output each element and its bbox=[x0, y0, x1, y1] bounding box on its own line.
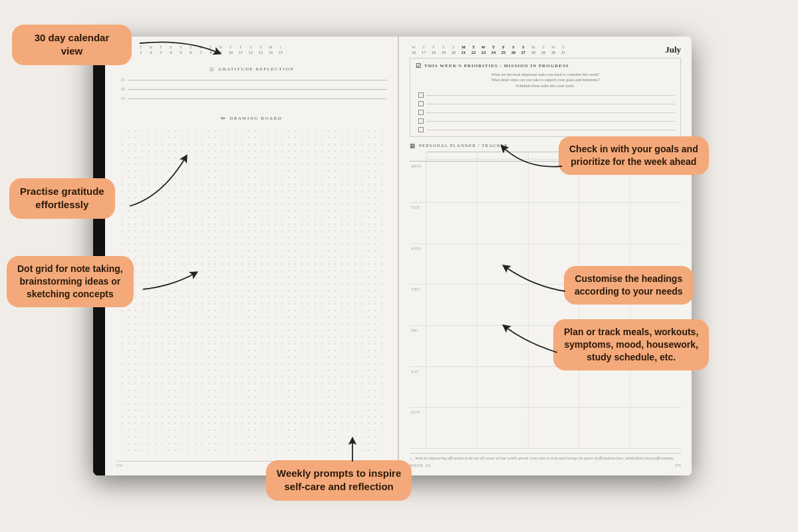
planner-label: PERSONAL PLANNER / TRACKER bbox=[419, 143, 508, 148]
gratitude-header: ☺ GRATITUDE REFLECTION bbox=[116, 66, 387, 72]
checkbox-item-5 bbox=[418, 127, 675, 132]
annotation-gratitude: Practise gratitudeeffortlessly bbox=[9, 178, 115, 219]
right-day-numbers: 16171819202122232425262728293031 bbox=[410, 50, 567, 55]
gratitude-label: GRATITUDE REFLECTION bbox=[218, 66, 294, 72]
checkbox-item-4 bbox=[418, 118, 675, 124]
drawing-icon: ✏ bbox=[221, 115, 227, 122]
checkbox-2 bbox=[418, 101, 424, 106]
affirmation-icon: ○ bbox=[410, 456, 412, 462]
priorities-label: THIS WEEK'S PRIORITIES / MISSION IN PROG… bbox=[424, 63, 569, 68]
dot-grid bbox=[116, 124, 387, 457]
annotation-customise: Customise the headingsaccording to your … bbox=[564, 266, 694, 305]
day-thu: THU bbox=[410, 285, 426, 325]
left-day-letters: TWTFSSMTWTFSSMt bbox=[137, 45, 285, 49]
week-label: WEEK 30 bbox=[410, 464, 431, 467]
drawing-header: ✏ DRAWING BOARD bbox=[116, 115, 387, 122]
drawing-label: DRAWING BOARD bbox=[229, 116, 282, 121]
annotation-plan-track: Plan or track meals, workouts,symptoms, … bbox=[553, 319, 709, 370]
annotation-dot-grid: Dot grid for note taking,brainstorming i… bbox=[7, 256, 134, 307]
planner-row-sun: SUN bbox=[410, 408, 681, 449]
day-tue: TUE bbox=[410, 203, 426, 243]
affirmation-text: Write an empowering affirmation in the t… bbox=[415, 456, 674, 462]
annotation-weekly-prompts: Weekly prompts to inspireself-care and r… bbox=[266, 460, 412, 501]
book-pages: July TWTFSSMTWTFSSMt 1234567891011121314… bbox=[105, 37, 692, 475]
gratitude-line-2: 02 bbox=[116, 87, 387, 91]
left-page: July TWTFSSMTWTFSSMt 1234567891011121314… bbox=[105, 37, 399, 475]
gratitude-icon: ☺ bbox=[209, 66, 216, 72]
checkbox-1 bbox=[418, 92, 424, 98]
gratitude-line-3: 03 bbox=[116, 96, 387, 100]
right-calendar-header: WTFSSMTWTFSSMTWT 16171819202122232425262… bbox=[410, 45, 681, 55]
checkbox-item-3 bbox=[418, 110, 675, 115]
day-fri: FRI bbox=[410, 326, 426, 366]
book: July TWTFSSMTWTFSSMt 1234567891011121314… bbox=[93, 37, 692, 475]
annotation-goals: Check in with your goals andprioritize f… bbox=[559, 136, 709, 175]
day-mon: MON bbox=[410, 162, 426, 202]
checkbox-5 bbox=[418, 127, 424, 132]
right-page: WTFSSMTWTFSSMTWT 16171819202122232425262… bbox=[399, 37, 692, 475]
planner-icon: ▦ bbox=[410, 142, 416, 149]
day-sun: SUN bbox=[410, 408, 426, 448]
right-footer-row: WEEK 30 175 bbox=[410, 464, 681, 467]
planner-row-sat: SAT bbox=[410, 367, 681, 408]
checkbox-list bbox=[418, 92, 675, 132]
checkbox-icon: ☑ bbox=[416, 63, 422, 69]
right-page-footer: ○ Write an empowering affirmation in the… bbox=[410, 453, 681, 467]
checkbox-item-1 bbox=[418, 92, 675, 98]
gratitude-lines: 01 02 03 bbox=[116, 78, 387, 106]
planner-row-tue: TUE bbox=[410, 203, 681, 244]
checkbox-3 bbox=[418, 110, 424, 115]
priorities-header: ☑ THIS WEEK'S PRIORITIES / MISSION IN PR… bbox=[416, 63, 675, 69]
right-page-number: 175 bbox=[675, 464, 681, 467]
day-sat: SAT bbox=[410, 367, 426, 408]
right-day-letters: WTFSSMTWTFSSMTWT bbox=[410, 45, 567, 49]
checkbox-item-2 bbox=[418, 101, 675, 106]
right-month: July bbox=[665, 45, 681, 55]
priorities-section: ☑ THIS WEEK'S PRIORITIES / MISSION IN PR… bbox=[410, 58, 681, 137]
priorities-subtext: What are the most important tasks you ne… bbox=[416, 72, 675, 88]
annotation-calendar-view: 30 day calendar view bbox=[12, 25, 132, 65]
left-day-numbers: 123456789101112131415 bbox=[137, 50, 285, 55]
day-wed: WED bbox=[410, 244, 426, 285]
planner-grid: MON TUE bbox=[410, 161, 681, 449]
left-page-number: 174 bbox=[116, 464, 122, 467]
checkbox-4 bbox=[418, 118, 424, 124]
left-calendar-header: July TWTFSSMTWTFSSMt 1234567891011121314… bbox=[116, 45, 387, 59]
gratitude-line-1: 01 bbox=[116, 78, 387, 82]
